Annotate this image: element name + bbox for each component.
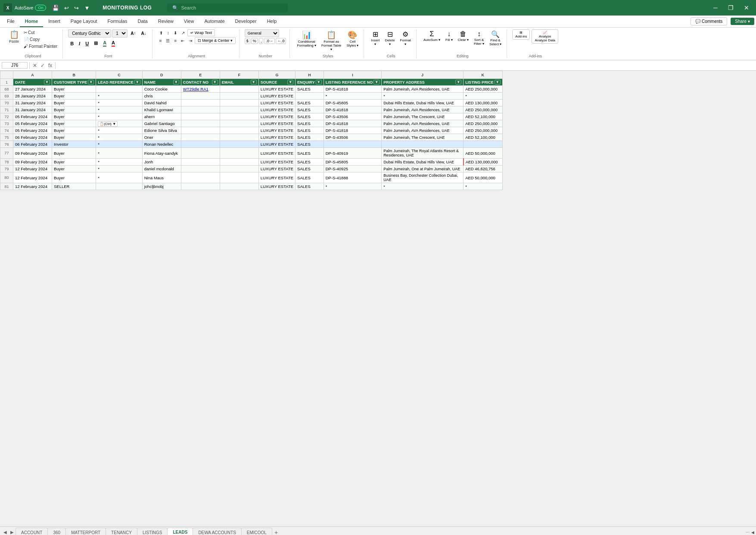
table-cell[interactable] (464, 141, 502, 148)
search-input[interactable] (181, 5, 276, 10)
clear-button[interactable]: 🗑 Clear ▾ (456, 29, 470, 43)
filter-source-button[interactable]: ▼ (287, 80, 293, 84)
table-cell[interactable]: * (96, 127, 142, 134)
table-cell[interactable]: DP-S-45805 (324, 100, 381, 106)
table-cell[interactable]: SALES (296, 148, 324, 159)
tab-home[interactable]: Home (20, 16, 44, 27)
table-cell[interactable]: daniel mcdonald (142, 166, 181, 172)
filter-name-button[interactable]: ▼ (173, 80, 179, 84)
table-cell[interactable]: * (464, 93, 502, 100)
table-cell[interactable]: Oner (142, 134, 181, 141)
table-cell[interactable] (181, 159, 220, 166)
property-address-cell[interactable]: Palm Jumeirah, The Crescent, UAE (382, 134, 464, 141)
table-cell[interactable]: 06 February 2024 (13, 134, 52, 141)
table-cell[interactable]: johcljbnobj (142, 183, 181, 190)
table-cell[interactable]: AED 130,000,000 (464, 159, 502, 166)
table-cell[interactable]: 06 February 2024 (13, 141, 52, 148)
table-cell[interactable]: 12 February 2024 (13, 166, 52, 172)
table-cell[interactable]: LUXURY ESTATE (258, 183, 295, 190)
table-cell[interactable]: Buyer (52, 159, 96, 166)
insert-function-button[interactable]: fx (47, 63, 53, 69)
align-bottom-button[interactable]: ⬇ (172, 29, 179, 36)
table-cell[interactable]: LUXURY ESTATE (258, 134, 295, 141)
table-cell[interactable] (220, 183, 258, 190)
increase-font-button[interactable]: A↑ (128, 30, 138, 37)
table-cell[interactable]: 31 January 2024 (13, 100, 52, 106)
cancel-formula-button[interactable]: ✕ (31, 63, 38, 69)
table-cell[interactable]: Buyer (52, 113, 96, 120)
col-header-i[interactable]: I (324, 71, 381, 79)
search-box[interactable]: 🔍 (167, 3, 288, 13)
filter-price-button[interactable]: ▼ (495, 80, 501, 84)
wrap-text-button[interactable]: ↵ Wrap Text (187, 29, 215, 36)
table-cell[interactable] (181, 127, 220, 134)
table-row[interactable]: 7709 February 2024Buyer*Fiona Atay-sandy… (0, 148, 503, 159)
table-cell[interactable]: Jonh (142, 159, 181, 166)
indent-decrease-button[interactable]: ⇤ (179, 37, 186, 44)
save-button[interactable]: 💾 (50, 4, 61, 12)
col-header-f[interactable]: F (220, 71, 258, 79)
addins-button[interactable]: ⊞ Add-ins (512, 29, 530, 40)
redo-button[interactable]: ↪ (72, 4, 81, 12)
sort-filter-button[interactable]: ↕ Sort & Filter ▾ (472, 29, 486, 47)
table-cell[interactable]: LUXURY ESTATE (258, 166, 295, 172)
table-cell[interactable]: * (96, 113, 142, 120)
table-cell[interactable]: SALES (296, 166, 324, 172)
table-cell[interactable] (220, 86, 258, 93)
tab-file[interactable]: File (2, 16, 20, 27)
table-cell[interactable]: LUXURY ESTATE (258, 100, 295, 106)
table-cell[interactable]: AED 250,000,000 (464, 127, 502, 134)
align-left-button[interactable]: ≡ (158, 37, 164, 44)
table-cell[interactable]: SALES (296, 113, 324, 120)
col-header-c[interactable]: C (96, 71, 142, 79)
table-cell[interactable]: LUXURY ESTATE (258, 113, 295, 120)
property-address-cell[interactable]: Palm Jumeirah, The Crescent, UAE (382, 113, 464, 120)
col-header-j[interactable]: J (382, 71, 464, 79)
table-cell[interactable]: LUXURY ESTATE (258, 141, 295, 148)
increase-decimal-button[interactable]: .0→ (264, 38, 275, 44)
table-cell[interactable]: chris (142, 93, 181, 100)
table-cell[interactable] (220, 166, 258, 172)
sheet-tab-tenancy[interactable]: TENANCY (106, 528, 137, 535)
table-cell[interactable]: AED 52,100,000 (464, 113, 502, 120)
table-cell[interactable]: Edione Silva Silva (142, 127, 181, 134)
property-address-cell[interactable]: Palm Jumeirah, AVA Residences, UAE (382, 86, 464, 93)
accounting-format-button[interactable]: $ (245, 38, 250, 44)
sheet-inner[interactable]: A B C D E F G H I J K 1 DATE (0, 71, 756, 526)
property-address-cell[interactable]: * (382, 183, 464, 190)
table-cell[interactable] (324, 141, 381, 148)
table-cell[interactable] (181, 134, 220, 141)
table-row[interactable]: 6928 January 2024Buyer*chrisLUXURY ESTAT… (0, 93, 503, 100)
sheet-tab-matterport[interactable]: MATTERPORT (65, 528, 106, 535)
col-header-b[interactable]: B (52, 71, 96, 79)
analyze-data-button[interactable]: 📈 Analyze Analyze Data (532, 29, 558, 44)
paste-button[interactable]: 📋 Paste (7, 29, 21, 45)
undo-button[interactable]: ↩ (62, 4, 71, 12)
sheet-tab-account[interactable]: ACCOUNT (16, 528, 48, 535)
table-cell[interactable]: SALES (296, 134, 324, 141)
table-cell[interactable] (181, 148, 220, 159)
tab-data[interactable]: Data (132, 16, 152, 27)
table-cell[interactable]: Buyer (52, 93, 96, 100)
table-cell[interactable]: DP-S-43506 (324, 134, 381, 141)
table-cell[interactable] (220, 159, 258, 166)
table-cell[interactable]: 12 February 2024 (13, 183, 52, 190)
table-cell[interactable]: AED 50,000,000 (464, 148, 502, 159)
filter-listing-ref-button[interactable]: ▼ (373, 80, 380, 84)
sheet-tab-360[interactable]: 360 (47, 528, 66, 535)
table-cell[interactable]: DP-S-41818 (324, 120, 381, 127)
table-cell[interactable]: * (96, 100, 142, 106)
percent-button[interactable]: % (251, 38, 258, 44)
fill-button[interactable]: ↓ Fill ▾ (444, 29, 454, 43)
tab-page-layout[interactable]: Page Layout (65, 16, 103, 27)
autosum-button[interactable]: Σ AutoSum ▾ (422, 29, 442, 43)
table-cell[interactable] (296, 93, 324, 100)
format-as-table-button[interactable]: 📋 Format as Format Table ▾ (320, 29, 343, 52)
table-cell[interactable] (181, 120, 220, 127)
table-cell[interactable]: * (464, 183, 502, 190)
table-cell[interactable]: * (96, 172, 142, 183)
col-header-d[interactable]: D (142, 71, 181, 79)
table-cell[interactable]: 09 February 2024 (13, 148, 52, 159)
table-row[interactable]: 6827 January 2024BuyerCoco CookieWT29dle… (0, 86, 503, 93)
table-cell[interactable]: Buyer (52, 100, 96, 106)
